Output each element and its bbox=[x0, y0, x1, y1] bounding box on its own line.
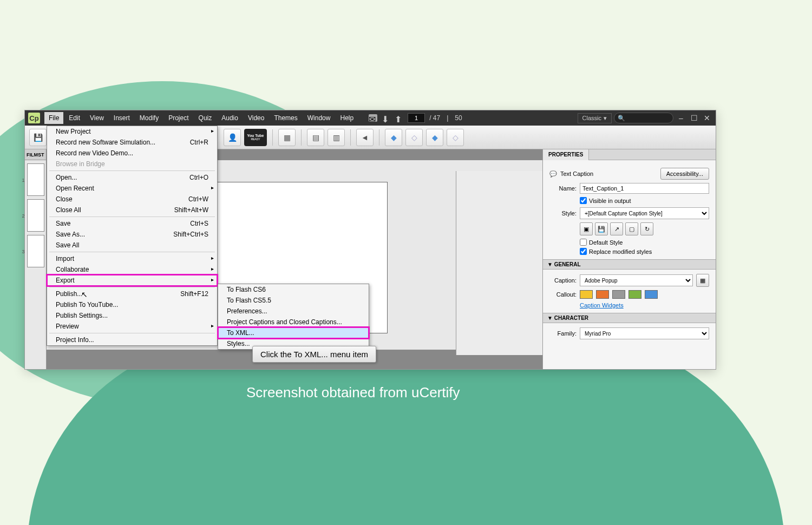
callout-5[interactable] bbox=[645, 290, 658, 299]
submenu-item-to-xml-[interactable]: To XML... bbox=[218, 327, 369, 338]
style-btn-1[interactable]: ▣ bbox=[580, 222, 593, 235]
menu-item-project-info-[interactable]: Project Info... bbox=[47, 334, 217, 345]
upload-icon[interactable]: ⬆ bbox=[395, 114, 403, 122]
caption-widgets-link[interactable]: Caption Widgets bbox=[580, 302, 709, 309]
filmstrip-header: FILMST bbox=[25, 149, 46, 160]
close-button[interactable]: ✕ bbox=[702, 114, 712, 122]
menu-item-collaborate[interactable]: Collaborate▸ bbox=[47, 264, 217, 275]
library-mini-panel[interactable] bbox=[456, 171, 542, 355]
download-icon[interactable]: ⬇ bbox=[382, 114, 390, 122]
replace-modified-checkbox[interactable] bbox=[580, 248, 587, 255]
menu-item-open-[interactable]: Open...Ctrl+O bbox=[47, 172, 217, 183]
layout-icon[interactable]: ▥ bbox=[328, 129, 345, 146]
style-btn-4[interactable]: ▢ bbox=[625, 222, 638, 235]
general-section[interactable]: ▼ GENERAL bbox=[543, 259, 716, 270]
menu-item-publish-settings-[interactable]: Publish Settings... bbox=[47, 310, 217, 321]
style-btn-refresh[interactable]: ↻ bbox=[640, 222, 653, 235]
menu-insert[interactable]: Insert bbox=[109, 112, 134, 124]
object-type: Text Caption bbox=[560, 170, 657, 177]
search-box[interactable]: 🔍 bbox=[614, 113, 673, 123]
family-select[interactable]: Myriad Pro bbox=[580, 327, 709, 339]
menu-item-save[interactable]: SaveCtrl+S bbox=[47, 218, 217, 229]
submenu-item-to-flash-cs-[interactable]: To Flash CS6 bbox=[218, 284, 369, 295]
replace-modified-label: Replace modified styles bbox=[589, 248, 652, 255]
properties-tab[interactable]: PROPERTIES bbox=[543, 149, 589, 160]
default-style-label: Default Style bbox=[589, 239, 623, 246]
menu-item-open-recent[interactable]: Open Recent▸ bbox=[47, 183, 217, 194]
youtube-button[interactable]: You TubeREADY bbox=[244, 129, 267, 146]
submenu-item-project-captions-and-closed-captions-[interactable]: Project Captions and Closed Captions... bbox=[218, 317, 369, 327]
menu-item-export[interactable]: Export▸ bbox=[47, 275, 217, 286]
layer2-icon[interactable]: ◇ bbox=[405, 129, 423, 146]
menu-item-close[interactable]: CloseCtrl+W bbox=[47, 194, 217, 205]
slide-thumb-1[interactable]: 1 bbox=[27, 163, 44, 196]
menu-file[interactable]: File bbox=[44, 112, 63, 124]
menu-video[interactable]: Video bbox=[244, 112, 269, 124]
menu-item-save-as-[interactable]: Save As...Shift+Ctrl+S bbox=[47, 229, 217, 240]
character-section[interactable]: ▼ CHARACTER bbox=[543, 313, 716, 323]
mail-icon[interactable]: ✉ bbox=[369, 114, 377, 122]
menu-item-preview[interactable]: Preview▸ bbox=[47, 321, 217, 332]
caption-label: Caption: bbox=[549, 277, 577, 284]
callout-2[interactable] bbox=[596, 290, 609, 299]
menu-view[interactable]: View bbox=[86, 112, 108, 124]
text-caption-icon: 💬 bbox=[549, 170, 557, 178]
menu-item-close-all[interactable]: Close AllShift+Alt+W bbox=[47, 205, 217, 215]
zoom-level: 50 bbox=[455, 114, 462, 122]
style-label: Style: bbox=[549, 210, 577, 216]
layer1-icon[interactable]: ◆ bbox=[385, 129, 402, 146]
style-btn-save[interactable]: 💾 bbox=[595, 222, 608, 235]
default-style-checkbox[interactable] bbox=[580, 239, 587, 246]
workspace-selector[interactable]: Classic▾ bbox=[578, 113, 612, 123]
menu-quiz[interactable]: Quiz bbox=[194, 112, 217, 124]
grid-icon[interactable]: ▤ bbox=[307, 129, 324, 146]
menu-themes[interactable]: Themes bbox=[270, 112, 302, 124]
callout-4[interactable] bbox=[628, 290, 641, 299]
menu-item-browse-in-bridge[interactable]: Browse in Bridge bbox=[47, 159, 217, 169]
cursor-icon: ↖ bbox=[81, 290, 88, 299]
menu-project[interactable]: Project bbox=[164, 112, 193, 124]
slide-thumb-2[interactable]: 2 bbox=[27, 199, 44, 232]
visible-checkbox[interactable] bbox=[580, 197, 587, 204]
callout-label: Callout: bbox=[549, 291, 577, 298]
layer3-icon[interactable]: ◆ bbox=[426, 129, 443, 146]
submenu-item-to-flash-cs-[interactable]: To Flash CS5.5 bbox=[218, 295, 369, 306]
family-label: Family: bbox=[549, 330, 577, 337]
menu-item-import[interactable]: Import▸ bbox=[47, 253, 217, 264]
page-number-input[interactable] bbox=[408, 113, 425, 123]
callout-3[interactable] bbox=[612, 290, 625, 299]
visible-label: Visible in output bbox=[589, 198, 631, 204]
back-icon[interactable]: ◄ bbox=[356, 129, 374, 146]
style-select[interactable]: +[Default Capture Caption Style] bbox=[580, 207, 709, 219]
app-window: Cp File Edit View Insert Modify Project … bbox=[24, 110, 716, 370]
maximize-button[interactable]: ☐ bbox=[689, 114, 699, 122]
user-icon[interactable]: 👤 bbox=[224, 129, 241, 146]
filmstrip-panel: FILMST 1 2 3 bbox=[25, 149, 47, 369]
menu-edit[interactable]: Edit bbox=[64, 112, 84, 124]
instruction-tooltip: Click the To XML... menu item bbox=[252, 346, 376, 363]
menu-audio[interactable]: Audio bbox=[217, 112, 243, 124]
layer4-icon[interactable]: ◇ bbox=[447, 129, 464, 146]
export-submenu: To Flash CS6To Flash CS5.5Preferences...… bbox=[218, 284, 369, 350]
accessibility-button[interactable]: Accessibility... bbox=[660, 168, 709, 180]
save-toolbar-button[interactable]: 💾 bbox=[29, 129, 47, 146]
submenu-item-preferences-[interactable]: Preferences... bbox=[218, 306, 369, 317]
name-input[interactable] bbox=[580, 183, 709, 194]
style-btn-link[interactable]: ↗ bbox=[610, 222, 623, 235]
app-logo: Cp bbox=[28, 113, 40, 123]
menu-help[interactable]: Help bbox=[336, 112, 358, 124]
menu-item-save-all[interactable]: Save All bbox=[47, 240, 217, 251]
menu-window[interactable]: Window bbox=[303, 112, 335, 124]
callout-1[interactable] bbox=[580, 290, 593, 299]
caption-select[interactable]: Adobe Popup bbox=[580, 274, 693, 286]
caption-icon-btn[interactable]: ▦ bbox=[696, 274, 709, 287]
menu-item-record-new-software-simulation-[interactable]: Record new Software Simulation...Ctrl+R bbox=[47, 137, 217, 148]
slide-icon[interactable]: ▦ bbox=[278, 129, 296, 146]
menu-item-publish-[interactable]: Publish...Shift+F12 bbox=[47, 288, 217, 299]
menu-modify[interactable]: Modify bbox=[135, 112, 163, 124]
slide-thumb-3[interactable]: 3 bbox=[27, 235, 44, 267]
minimize-button[interactable]: – bbox=[676, 114, 686, 122]
menu-item-record-new-video-demo-[interactable]: Record new Video Demo... bbox=[47, 148, 217, 159]
menu-item-publish-to-youtube-[interactable]: Publish To YouTube... bbox=[47, 299, 217, 310]
menu-item-new-project[interactable]: New Project▸ bbox=[47, 126, 217, 137]
